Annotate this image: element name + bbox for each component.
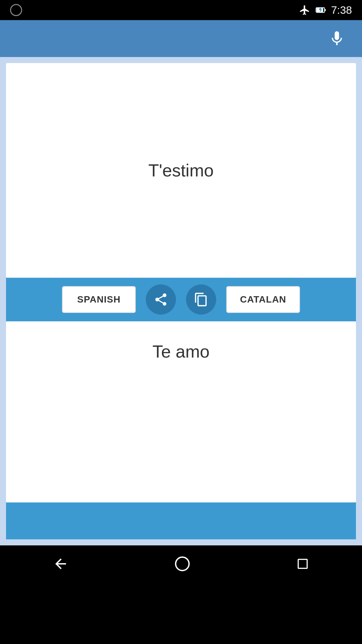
svg-rect-2 xyxy=(324,9,326,11)
status-time: 7:38 xyxy=(331,4,352,16)
status-left xyxy=(10,4,22,16)
svg-rect-4 xyxy=(298,559,307,569)
home-icon xyxy=(174,556,190,572)
spanish-input-text: Te amo xyxy=(153,341,210,362)
back-button[interactable] xyxy=(53,556,69,572)
toolbar: SPANISH CATALAN xyxy=(6,278,356,321)
catalan-translated-text: T'estimo xyxy=(148,160,214,180)
microphone-button[interactable] xyxy=(325,27,349,50)
svg-point-3 xyxy=(176,557,189,571)
bottom-toolbar-bar xyxy=(6,502,356,539)
copy-button[interactable] xyxy=(186,284,216,315)
app-header xyxy=(0,20,362,57)
back-icon xyxy=(53,556,69,572)
target-language-button[interactable]: CATALAN xyxy=(226,286,300,313)
main-content: T'estimo SPANISH CATALAN Te amo xyxy=(0,57,362,545)
share-icon xyxy=(154,292,168,307)
copy-icon xyxy=(194,292,208,307)
status-bar: 7:38 xyxy=(0,0,362,20)
source-language-button[interactable]: SPANISH xyxy=(62,286,136,313)
mic-icon xyxy=(328,30,346,47)
home-button[interactable] xyxy=(174,556,190,572)
signal-icon xyxy=(10,4,22,16)
catalan-output-panel[interactable]: T'estimo xyxy=(6,63,356,278)
airplane-icon xyxy=(299,4,310,16)
status-right: 7:38 xyxy=(299,4,352,16)
recent-apps-button[interactable] xyxy=(296,557,309,571)
recent-icon xyxy=(296,557,309,571)
navigation-bar xyxy=(0,545,362,582)
spanish-input-panel[interactable]: Te amo xyxy=(6,321,356,502)
battery-icon xyxy=(315,4,326,16)
share-button[interactable] xyxy=(146,284,176,315)
